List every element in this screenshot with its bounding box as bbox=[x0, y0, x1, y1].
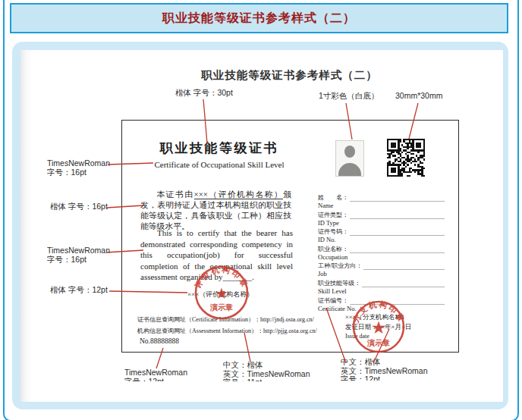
field-blank-line bbox=[362, 281, 445, 287]
annotation-line: TimesNewRoman bbox=[47, 159, 110, 168]
annotation-line: 中文：楷体 bbox=[341, 358, 428, 367]
annotation-line: 字号：11pt bbox=[223, 378, 310, 381]
certificate-subtitle: Certificate of Occupational Skill Level bbox=[122, 160, 316, 169]
field-blank-line bbox=[350, 246, 445, 253]
annotation-url-font: 中文：楷体 英文：TimesNewRoman 字号：11pt bbox=[223, 361, 310, 381]
field-id-type: 证件类型： ID Type bbox=[318, 212, 445, 227]
sample-title: 职业技能等级证书参考样式（二） bbox=[121, 68, 458, 83]
field-blank-line bbox=[350, 229, 445, 236]
star-icon: ★ bbox=[371, 318, 387, 337]
annotation-stamp-line-font: 楷体 字号：12pt bbox=[50, 286, 108, 295]
header-bar: 职业技能等级证书参考样式（二） bbox=[10, 3, 508, 33]
field-label-zh: 职业技能等级： bbox=[318, 280, 360, 287]
field-blank-line bbox=[350, 195, 445, 202]
field-label-en: Occupation bbox=[318, 253, 445, 261]
certificate-number: No.88888888 bbox=[140, 337, 179, 345]
field-occupation: 职业名称： Occupation bbox=[318, 246, 445, 261]
body-zh-prefix: 本证书由 bbox=[157, 190, 194, 199]
window-title: 职业技能等级证书参考样式（二） bbox=[162, 11, 356, 27]
annotation-certno-font: TimesNewRoman 字号：12pt bbox=[124, 368, 187, 381]
field-label-en: Name bbox=[318, 202, 445, 209]
annotation-line: 字号：16pt bbox=[47, 168, 110, 177]
field-name: 姓 名： Name bbox=[318, 194, 445, 209]
annotation-line: 字号：12pt bbox=[124, 378, 187, 382]
field-label-en: ID Type bbox=[318, 219, 445, 227]
annotation-line: 字号：16pt bbox=[47, 255, 110, 265]
branch-org-stamp: 分支机构印章 ★ 演示章 bbox=[347, 295, 410, 359]
field-blank-line bbox=[350, 212, 445, 219]
annotation-title-font: 楷体 字号：30pt bbox=[175, 89, 233, 98]
annotation-fields-font: 中文：楷体 英文：TimesNewRoman 字号：12pt bbox=[341, 358, 428, 381]
annotation-body-zh-font: 楷体 字号：16pt bbox=[50, 202, 108, 212]
field-label-zh: 证件类型： bbox=[318, 212, 348, 219]
field-label-zh: 职业名称： bbox=[318, 246, 348, 253]
annotation-line: 字号：12pt bbox=[341, 375, 428, 381]
photo-placeholder bbox=[335, 140, 364, 177]
certificate-title: 职业技能等级证书 bbox=[122, 139, 316, 157]
annotation-line: TimesNewRoman bbox=[124, 368, 187, 378]
annotation-body-en-font: TimesNewRoman 字号：16pt bbox=[47, 246, 110, 264]
field-label-zh: 姓 名： bbox=[318, 194, 348, 202]
annotation-subtitle-font: TimesNewRoman 字号：16pt bbox=[47, 159, 110, 177]
field-id-no: 证件号码： ID No. bbox=[318, 228, 445, 243]
assessment-info-url: 机构信息查询网址（Assessment Information）：http://… bbox=[137, 325, 342, 337]
person-silhouette-icon bbox=[344, 146, 355, 158]
certificate-sample: 职业技能等级证书 Certificate of Occupational Ski… bbox=[121, 120, 459, 353]
field-label-zh: 证件号码： bbox=[318, 228, 348, 236]
annotation-qr-spec: 30mm*30mm bbox=[395, 92, 442, 101]
evaluation-org-stamp: 评价机构印章 ★ 演示章 bbox=[190, 261, 253, 324]
field-blank-line bbox=[363, 263, 445, 270]
field-label-en: Job bbox=[318, 270, 445, 277]
body-zh-issuer-blank: ×××（评价机构名称） bbox=[194, 190, 284, 199]
qr-code-icon bbox=[387, 139, 425, 177]
demo-stamp-text: 演示章 bbox=[209, 303, 233, 312]
annotation-line: 中文：楷体 bbox=[223, 361, 310, 370]
star-icon: ★ bbox=[215, 285, 228, 302]
field-label-zh: 证书编号： bbox=[318, 297, 348, 305]
annotation-line: TimesNewRoman bbox=[47, 246, 110, 255]
field-job: 工种/职业方向： Job bbox=[318, 262, 445, 277]
certificate-body-zh: 本证书由×××（评价机构名称）颁发，表明持证人通过本机构组织的职业技能等级认定，… bbox=[140, 189, 291, 231]
annotation-photo-spec: 1寸彩色（白底） bbox=[319, 92, 379, 101]
person-silhouette-icon bbox=[338, 163, 361, 177]
demo-stamp-text: 演示章 bbox=[366, 339, 390, 347]
field-label-en: ID No. bbox=[318, 236, 445, 243]
screenshot-root: 职业技能等级证书参考样式（二） 职业技能等级证书参考样式（二） 楷体 字号：30… bbox=[0, 0, 522, 420]
field-label-zh: 工种/职业方向： bbox=[318, 262, 362, 270]
field-skill-level: 职业技能等级： Skill Level bbox=[318, 280, 445, 295]
field-label-en: Skill Level bbox=[318, 287, 445, 295]
